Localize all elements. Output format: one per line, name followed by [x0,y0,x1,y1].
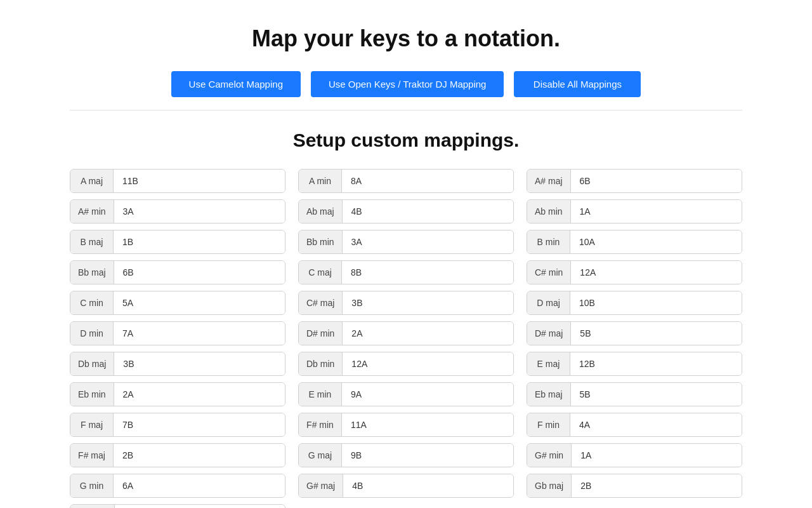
mapping-row: D maj [527,291,742,315]
key-value-input[interactable] [570,352,742,375]
key-value-input[interactable] [342,261,513,284]
key-value-input[interactable] [114,352,285,375]
key-label: E maj [527,352,570,375]
key-value-input[interactable] [342,383,513,406]
key-label: G maj [299,444,342,467]
mapping-row: D# maj [527,321,742,345]
key-value-input[interactable] [570,413,742,436]
key-value-input[interactable] [342,413,513,436]
key-label: D# maj [527,322,571,345]
key-label: C min [70,291,114,314]
mapping-row: G min [70,474,285,498]
key-value-input[interactable] [114,444,285,467]
key-label: C# maj [299,291,343,314]
key-label: Bb maj [70,261,114,284]
mapping-row: Ab maj [298,199,514,224]
key-value-input[interactable] [114,413,285,436]
key-value-input[interactable] [571,261,742,284]
openkeys-mapping-button[interactable]: Use Open Keys / Traktor DJ Mapping [311,71,504,97]
camelot-mapping-button[interactable]: Use Camelot Mapping [171,71,301,97]
mapping-buttons: Use Camelot Mapping Use Open Keys / Trak… [70,71,742,97]
section-divider [70,110,742,110]
disable-mappings-button[interactable]: Disable All Mappings [514,71,641,97]
section-title: Setup custom mappings. [70,130,742,151]
key-label: D# min [299,322,343,345]
key-label: Eb maj [527,383,571,406]
key-value-input[interactable] [114,383,285,406]
key-value-input[interactable] [114,322,285,345]
key-label: Eb min [70,383,114,406]
mapping-row: F# min [298,413,514,437]
key-label: F# min [299,413,342,436]
key-value-input[interactable] [114,291,285,314]
mapping-row: F# maj [70,443,285,467]
key-label: Bb min [299,231,343,253]
key-value-input[interactable] [571,383,742,406]
key-label: A maj [70,170,114,192]
mapping-row: D# min [298,321,514,345]
mapping-row: Ab min [527,199,742,224]
key-label: F maj [70,413,114,436]
mapping-row: C# min [527,260,742,284]
key-label: D maj [527,291,570,314]
key-label: F# maj [70,444,114,467]
mapping-row: B maj [70,230,285,254]
key-label: Gb maj [527,474,572,497]
key-value-input[interactable] [572,444,742,467]
key-value-input[interactable] [343,322,513,345]
mapping-row: Eb maj [527,382,742,406]
mappings-grid: A majA minA# majA# minAb majAb minB majB… [70,169,742,508]
mapping-row: Gb maj [527,474,742,498]
key-label: F min [527,413,570,436]
key-value-input[interactable] [115,505,285,508]
key-value-input[interactable] [570,231,742,253]
key-value-input[interactable] [572,474,742,497]
key-value-input[interactable] [343,291,513,314]
mapping-row: Db maj [70,352,285,376]
mapping-row: F min [527,413,742,437]
key-label: A# maj [527,170,571,192]
key-value-input[interactable] [114,474,285,497]
key-label: D min [70,322,114,345]
mapping-row: A maj [70,169,285,193]
key-label: B maj [70,231,114,253]
key-value-input[interactable] [342,170,513,192]
mapping-row: C# maj [298,291,514,315]
mapping-row: A# min [70,199,285,224]
mapping-row: C min [70,291,285,315]
mapping-row: C maj [298,260,514,284]
mapping-row: Db min [298,352,514,376]
key-value-input[interactable] [114,200,285,223]
key-label: B min [527,231,570,253]
key-value-input[interactable] [343,231,513,253]
key-label: Ab min [527,200,571,223]
key-label: C maj [299,261,342,284]
mapping-row: E maj [527,352,742,376]
key-value-input[interactable] [570,291,742,314]
key-value-input[interactable] [114,170,285,192]
key-label: Ab maj [299,200,343,223]
mapping-row: A# maj [527,169,742,193]
mapping-row: E min [298,382,514,406]
mapping-row: G maj [298,443,514,467]
mapping-row: G# maj [298,474,514,498]
key-label: G# min [527,444,572,467]
key-value-input[interactable] [343,352,513,375]
key-label: C# min [527,261,571,284]
key-value-input[interactable] [343,200,513,223]
page-title: Map your keys to a notation. [70,25,742,52]
key-value-input[interactable] [342,444,513,467]
key-value-input[interactable] [343,474,513,497]
key-label: G min [70,474,114,497]
key-value-input[interactable] [571,200,742,223]
mapping-row: G# min [527,443,742,467]
key-value-input[interactable] [571,322,742,345]
key-value-input[interactable] [114,231,285,253]
key-label: Db min [299,352,343,375]
key-label: G# maj [299,474,343,497]
key-label: A min [299,170,342,192]
key-label: Db maj [70,352,114,375]
key-value-input[interactable] [571,170,742,192]
mapping-row: B min [527,230,742,254]
key-value-input[interactable] [114,261,285,284]
